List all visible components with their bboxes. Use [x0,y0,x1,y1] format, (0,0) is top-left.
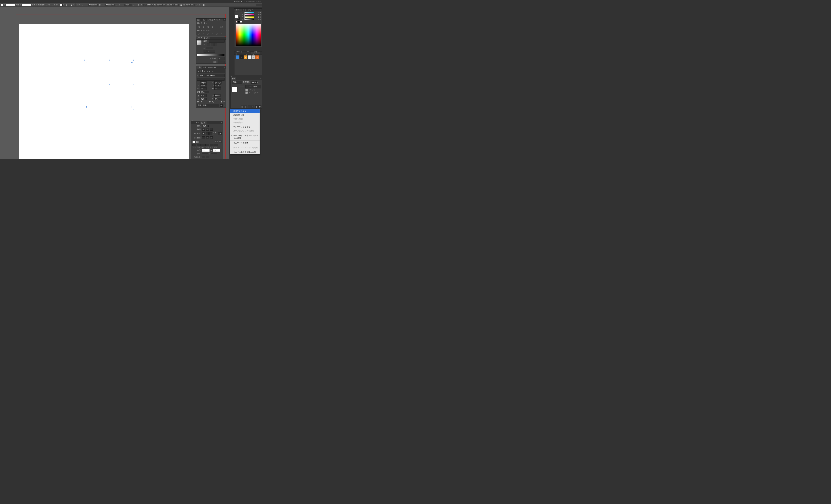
brush-dropdown[interactable]: ▾ [36,4,37,6]
menu-item-14[interactable]: すべての非表示属性を表示 [230,150,260,154]
merge-icon[interactable]: ◻ [206,33,210,36]
outline-icon[interactable]: ◻ [215,33,219,36]
dashed-line-checkbox[interactable] [193,141,195,143]
stroke-profile-dropdown[interactable]: ▾ [20,4,21,6]
tab-symbols[interactable]: シンボル [251,52,260,54]
tab-transparency[interactable]: 透明 [231,78,236,80]
corner-type-icon[interactable]: ⌐ [116,4,118,6]
color-spectrum[interactable] [236,24,261,46]
fill-dropdown[interactable]: ▾ [4,4,5,6]
panel-close-icon[interactable]: × [192,120,193,121]
reference-point-icon[interactable]: ⊞ [137,4,140,6]
trim-icon[interactable]: ◻ [202,33,205,36]
subscript-icon[interactable]: T₁ [212,101,214,103]
antialiasing-dropdown[interactable] [223,105,225,107]
resize-handle-tr[interactable] [133,60,134,61]
transform-dropdown[interactable]: ▾ [199,4,200,6]
symbol-swatch-4[interactable]: ⚙ [251,55,255,59]
tab-pathfinder[interactable]: パスファインダー [207,19,223,21]
resize-handle-bm[interactable] [109,109,110,110]
join-miter-icon[interactable]: ⌐ [202,132,205,135]
h-field[interactable]: 70.98 mm [185,4,195,6]
cmyk-C-value[interactable]: 0 [255,11,259,13]
symbol-swatch-2[interactable]: ● [243,55,247,59]
crop-icon[interactable]: ◻ [211,33,214,36]
blend-mode-dropdown[interactable]: 通常 [232,81,242,84]
resize-handle-ml[interactable] [84,84,85,85]
touch-type-button[interactable]: 文字タッチツール [200,70,213,72]
link-icon[interactable]: ⛓ [180,4,182,6]
tab-gradient[interactable]: グラデーション [196,37,210,39]
stroke-profile-swatch[interactable] [6,4,15,6]
gradient-type-dropdown[interactable] [209,40,225,42]
corner-widget-tl[interactable] [86,62,87,63]
tab-color-guide[interactable]: カラーガイド [242,9,254,11]
swap-arrowheads-icon[interactable]: ⇄ [210,149,212,151]
panel-menu-icon[interactable]: ≡ [260,78,262,80]
tracking-field[interactable]: 0 [214,87,221,90]
arrow-start-dropdown[interactable]: — [202,149,210,152]
gradient-stroke-preview[interactable] [197,46,200,49]
cmyk-M-slider[interactable] [244,14,254,16]
hscale-field[interactable]: 100% [214,84,221,87]
superscript-icon[interactable]: T¹ [209,101,211,103]
corner-link-icon[interactable]: ☰ [132,4,135,6]
tab-align[interactable]: 整列 [202,19,207,21]
intersect-icon[interactable]: ◻ [206,25,210,28]
tab-layers[interactable]: レイヤー [191,121,200,124]
tab-color[interactable]: カラー [234,9,242,11]
corner-type-dropdown[interactable]: ▾ [119,4,120,6]
corner-radius-field[interactable]: 0 mm [124,4,132,6]
arrange-docs-icon[interactable] [256,4,259,6]
tab-transform[interactable]: 変形 [196,19,202,21]
panel-close-icon[interactable]: × [231,76,232,77]
object-thumbnail[interactable] [232,87,237,92]
symbol-swatch-1[interactable]: ✦ [239,55,243,59]
resize-handle-tl[interactable] [84,60,85,61]
join-round-icon[interactable]: ⌒ [206,132,209,135]
smallcaps-icon[interactable]: Tt [201,101,202,103]
fill-stroke-proxy[interactable] [235,15,240,20]
panel-menu-icon[interactable]: ≡ [260,52,262,54]
corner-widget-bl[interactable] [86,107,87,108]
language-dropdown[interactable]: 英語 : 米国 [197,104,219,107]
tab-character[interactable]: 文字 [196,66,202,69]
panel-menu-icon[interactable]: ≡ [220,121,223,124]
opacity-arrow-icon[interactable]: › [257,81,258,83]
baseline-field[interactable]: 0 pt [200,98,206,100]
cmyk-C-slider[interactable] [244,12,254,13]
tsume-field[interactable]: 0% [201,91,209,93]
fill-stroke-swatch[interactable] [1,4,3,6]
arrow-end-dropdown[interactable]: — [213,149,220,152]
resize-handle-mr[interactable] [133,84,134,85]
panel-menu-icon[interactable]: ≡ [223,66,226,69]
opacity-arrow-icon[interactable]: › [51,4,51,6]
style-dropdown[interactable]: ▾ [63,4,64,6]
tab-opentype[interactable]: OpenType [207,66,218,69]
resize-handle-tm[interactable] [109,60,110,61]
aki-left-field[interactable]: 自動 [200,94,206,97]
mask-thumbnail[interactable]: ⊘ [238,87,244,92]
panel-menu-icon[interactable]: ≡ [260,9,262,11]
shape-height-field[interactable]: 70.369 mm [105,4,115,6]
align-icon[interactable]: ⬓ [70,4,73,6]
white-swatch[interactable] [240,21,242,23]
symbol-swatch-5[interactable]: ✹ [255,55,259,59]
tab-paragraph[interactable]: 段落 [202,66,207,69]
stock-search[interactable]: ⌕ Adobe Stock を検索 [244,0,261,3]
font-size-field[interactable]: 12 pt [200,81,206,84]
panel-close-icon[interactable]: × [196,17,197,18]
expand-button[interactable]: 拡張 [219,25,225,28]
cmyk-K-slider[interactable] [244,19,254,20]
menu-item-0[interactable]: 新規塗りを追加 [230,110,260,113]
stroke-weight-field[interactable]: 1 pt [202,125,209,127]
recolor-icon[interactable]: ◉ [65,4,68,6]
resize-handle-br[interactable] [133,109,134,110]
menu-item-8[interactable]: ✓新規アートに基本アピアランスを適用 [230,134,260,140]
font-family-dropdown[interactable]: 小塚ゴシック Pr6N [199,74,225,77]
appearance-bottom-icon-3[interactable]: fx [248,106,251,108]
symbol-swatch-3[interactable] [248,55,251,59]
tab-brushes[interactable]: ブラシ [245,52,251,54]
cmyk-Y-slider[interactable] [244,16,254,18]
corner-widget-br[interactable] [132,107,133,108]
